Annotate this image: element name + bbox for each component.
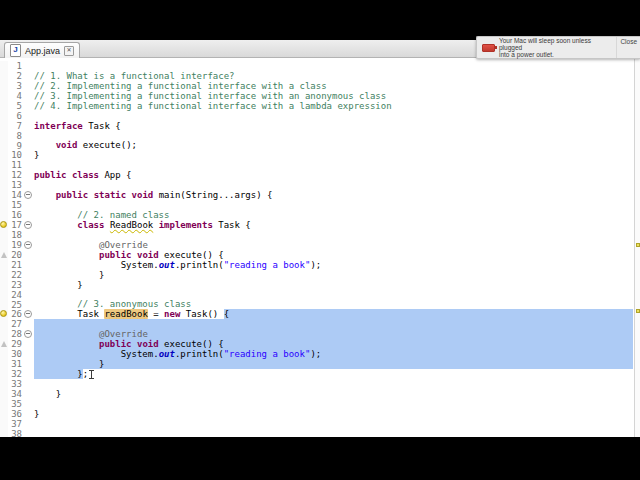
- code-line[interactable]: 37: [0, 419, 640, 429]
- code-text[interactable]: [34, 180, 633, 190]
- code-text[interactable]: public class App {: [34, 170, 633, 180]
- code-line[interactable]: 16 // 2. named class: [0, 210, 640, 220]
- code-text[interactable]: [34, 111, 633, 121]
- code-line[interactable]: 27: [0, 319, 640, 329]
- code-line[interactable]: 30 System.out.println("reading a book");: [0, 349, 640, 359]
- code-text[interactable]: // 3. anonymous class: [34, 300, 633, 310]
- code-line[interactable]: 11: [0, 160, 640, 170]
- code-token: Task {: [83, 121, 121, 131]
- code-text[interactable]: interface Task {: [34, 121, 633, 131]
- code-line[interactable]: 22 }: [0, 270, 640, 280]
- code-line[interactable]: 1: [0, 61, 640, 71]
- code-line[interactable]: 31 }: [0, 359, 640, 369]
- code-text[interactable]: public static void main(String...args) {: [34, 190, 633, 200]
- code-token: System.: [34, 260, 159, 270]
- code-line[interactable]: 15: [0, 200, 640, 210]
- code-text[interactable]: [34, 200, 633, 210]
- code-text[interactable]: // 2. named class: [34, 210, 633, 220]
- code-text[interactable]: // 2. Implementing a functional interfac…: [34, 81, 633, 91]
- code-text[interactable]: }: [34, 359, 633, 369]
- code-text[interactable]: @Override: [34, 240, 633, 250]
- code-line[interactable]: 14 public static void main(String...args…: [0, 190, 640, 200]
- code-line[interactable]: 13: [0, 180, 640, 190]
- code-text[interactable]: }: [34, 270, 633, 280]
- fold-collapse-icon[interactable]: [24, 330, 32, 338]
- code-line[interactable]: 2// 1. What is a functional interface?: [0, 71, 640, 81]
- code-line[interactable]: 8: [0, 131, 640, 141]
- code-line[interactable]: 25 // 3. anonymous class: [0, 300, 640, 310]
- code-line[interactable]: 19 @Override: [0, 240, 640, 250]
- code-text[interactable]: [34, 399, 633, 409]
- fold-collapse-icon[interactable]: [24, 310, 32, 318]
- code-text[interactable]: @Override: [34, 329, 633, 339]
- code-text[interactable]: // 1. What is a functional interface?: [34, 71, 633, 81]
- fold-column: [22, 349, 34, 359]
- code-text[interactable]: }: [34, 150, 633, 160]
- code-text[interactable]: [34, 379, 633, 389]
- fold-collapse-icon[interactable]: [24, 241, 32, 249]
- code-text[interactable]: }: [34, 409, 633, 419]
- warning-bulb-icon[interactable]: [0, 221, 7, 228]
- code-line[interactable]: 36}: [0, 409, 640, 419]
- code-editor[interactable]: 12// 1. What is a functional interface?3…: [0, 58, 640, 437]
- code-line[interactable]: 34 }: [0, 389, 640, 399]
- code-line[interactable]: 23 }: [0, 280, 640, 290]
- tab-close-icon[interactable]: ✕: [64, 46, 74, 56]
- code-text[interactable]: System.out.println("reading a book");: [34, 349, 633, 359]
- code-text[interactable]: // 4. Implementing a functional interfac…: [34, 101, 633, 111]
- code-text[interactable]: [34, 160, 633, 170]
- warning-marker[interactable]: [636, 243, 640, 247]
- code-line[interactable]: 24: [0, 290, 640, 300]
- code-line[interactable]: 28 @Override: [0, 329, 640, 339]
- code-line[interactable]: 12public class App {: [0, 170, 640, 180]
- code-line[interactable]: 9 void execute();: [0, 141, 640, 151]
- code-text[interactable]: void execute();: [34, 141, 633, 151]
- warning-marker[interactable]: [636, 309, 640, 313]
- code-line[interactable]: 3// 2. Implementing a functional interfa…: [0, 81, 640, 91]
- code-text[interactable]: [34, 290, 633, 300]
- code-text[interactable]: class ReadBook implements Task {: [34, 220, 633, 230]
- code-token: );: [310, 260, 321, 270]
- code-text[interactable]: [34, 419, 633, 429]
- code-text[interactable]: }: [34, 280, 633, 290]
- code-line[interactable]: 6: [0, 111, 640, 121]
- code-text[interactable]: public void execute() {: [34, 250, 633, 260]
- fold-column: [22, 180, 34, 190]
- code-text[interactable]: [34, 131, 633, 141]
- overview-ruler[interactable]: [634, 58, 640, 437]
- code-line[interactable]: 17 class ReadBook implements Task {: [0, 220, 640, 230]
- line-number: 20: [8, 250, 22, 260]
- code-line[interactable]: 20 public void execute() {: [0, 250, 640, 260]
- code-line[interactable]: 10}: [0, 150, 640, 160]
- code-line[interactable]: 32 };: [0, 369, 640, 379]
- code-text[interactable]: // 3. Implementing a functional interfac…: [34, 91, 633, 101]
- code-text[interactable]: Task readBook = new Task() {: [34, 309, 633, 319]
- code-line[interactable]: 21 System.out.println("reading a book");: [0, 260, 640, 270]
- code-line[interactable]: 4// 3. Implementing a functional interfa…: [0, 91, 640, 101]
- code-line[interactable]: 5// 4. Implementing a functional interfa…: [0, 101, 640, 111]
- fold-collapse-icon[interactable]: [24, 191, 32, 199]
- code-line[interactable]: 29 public void execute() {: [0, 339, 640, 349]
- code-token: implements: [159, 220, 213, 230]
- notification-close-button[interactable]: Close: [620, 38, 637, 45]
- code-line[interactable]: 35: [0, 399, 640, 409]
- warning-bulb-icon[interactable]: [0, 310, 7, 317]
- code-text[interactable]: public void execute() {: [34, 339, 633, 349]
- code-token: ReadBook: [110, 220, 153, 230]
- code-text[interactable]: [34, 230, 633, 240]
- code-line[interactable]: 7interface Task {: [0, 121, 640, 131]
- code-text[interactable]: System.out.println("reading a book");: [34, 260, 633, 270]
- fold-column: [22, 300, 34, 310]
- fold-collapse-icon[interactable]: [24, 221, 32, 229]
- code-text[interactable]: };: [34, 369, 633, 379]
- line-number: 5: [8, 101, 22, 111]
- code-line[interactable]: 26 Task readBook = new Task() {: [0, 309, 640, 319]
- line-number: 11: [8, 160, 22, 170]
- tab-app-java[interactable]: J App.java ✕: [4, 42, 80, 58]
- code-line[interactable]: 18: [0, 230, 640, 240]
- code-line[interactable]: 33: [0, 379, 640, 389]
- code-text[interactable]: [34, 319, 633, 329]
- fold-column: [22, 131, 34, 141]
- code-text[interactable]: }: [34, 389, 633, 399]
- code-text[interactable]: [34, 61, 633, 71]
